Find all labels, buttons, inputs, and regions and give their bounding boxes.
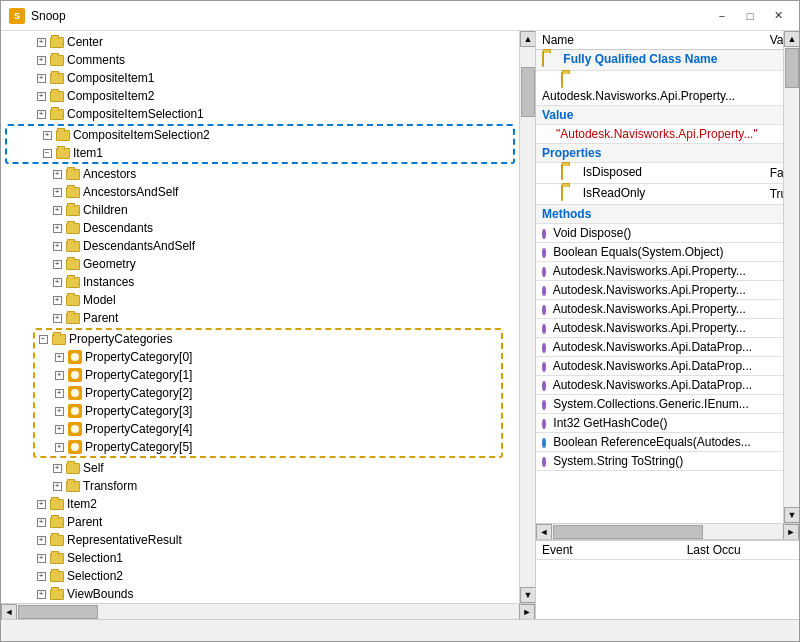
tree-item-selection2[interactable]: + Selection2 xyxy=(1,567,519,585)
props-scroll[interactable]: Name Value Fully Qualified Class Name xyxy=(536,31,783,523)
expand-instances[interactable]: + xyxy=(49,274,65,290)
prop-row-isreadonly[interactable]: IsReadOnly True xyxy=(536,184,783,205)
prop-row-m11[interactable]: Int32 GetHashCode() xyxy=(536,414,783,433)
expand-propertycategories[interactable]: − xyxy=(35,331,51,347)
tree-horiz-thumb[interactable] xyxy=(18,605,98,619)
tree-item-propertycategories[interactable]: − PropertyCategories xyxy=(35,330,501,348)
expand-item2[interactable]: + xyxy=(33,496,49,512)
tree-scroll-thumb[interactable] xyxy=(521,67,535,117)
props-scroll-track[interactable] xyxy=(784,47,799,507)
expand-geometry[interactable]: + xyxy=(49,256,65,272)
props-scroll-right[interactable]: ► xyxy=(783,524,799,540)
tree-item-pc3[interactable]: + PropertyCategory[3] xyxy=(35,402,501,420)
close-button[interactable]: ✕ xyxy=(765,6,791,26)
prop-row-value[interactable]: "Autodesk.Navisworks.Api.Property..." xyxy=(536,125,783,144)
expand-descendants[interactable]: + xyxy=(49,220,65,236)
expand-transform[interactable]: + xyxy=(49,478,65,494)
tree-item-ancestorsandself[interactable]: + AncestorsAndSelf xyxy=(1,183,519,201)
expand-pc1[interactable]: + xyxy=(51,367,67,383)
tree-scroll-track[interactable] xyxy=(520,47,535,587)
tree-horiz-track[interactable] xyxy=(17,604,519,619)
tree-item-pc0[interactable]: + PropertyCategory[0] xyxy=(35,348,501,366)
tree-item-parent[interactable]: + Parent xyxy=(1,309,519,327)
tree-item-geometry[interactable]: + Geometry xyxy=(1,255,519,273)
expand-pc0[interactable]: + xyxy=(51,349,67,365)
tree-item-descendants[interactable]: + Descendants xyxy=(1,219,519,237)
prop-row-m1[interactable]: Void Dispose() xyxy=(536,224,783,243)
tree-item-transform[interactable]: + Transform xyxy=(1,477,519,495)
tree-item-pc2[interactable]: + PropertyCategory[2] xyxy=(35,384,501,402)
expand-pc4[interactable]: + xyxy=(51,421,67,437)
tree-item-compositeitem1[interactable]: + CompositeItem1 xyxy=(1,69,519,87)
tree-scroll-down[interactable]: ▼ xyxy=(520,587,535,603)
expand-represult[interactable]: + xyxy=(33,532,49,548)
tree-item-compositeitem2[interactable]: + CompositeItem2 xyxy=(1,87,519,105)
props-vertical-scrollbar[interactable]: ▲ ▼ xyxy=(783,31,799,523)
prop-row-m9[interactable]: Autodesk.Navisworks.Api.DataProp... xyxy=(536,376,783,395)
tree-item-children[interactable]: + Children xyxy=(1,201,519,219)
prop-row-fqcn[interactable]: Autodesk.Navisworks.Api.Property... xyxy=(536,71,783,106)
tree-item-comments[interactable]: + Comments xyxy=(1,51,519,69)
props-scroll-left[interactable]: ◄ xyxy=(536,524,552,540)
expand-item1[interactable]: − xyxy=(39,145,55,161)
props-scroll-down[interactable]: ▼ xyxy=(784,507,799,523)
props-horiz-thumb[interactable] xyxy=(553,525,703,539)
expand-cis2[interactable]: + xyxy=(39,127,55,143)
tree-scroll-up[interactable]: ▲ xyxy=(520,31,535,47)
tree-horiz-scrollbar[interactable]: ◄ ► xyxy=(1,603,535,619)
tree-item-parent2[interactable]: + Parent xyxy=(1,513,519,531)
prop-row-isdisposed[interactable]: IsDisposed False xyxy=(536,163,783,184)
prop-row-m4[interactable]: Autodesk.Navisworks.Api.Property... xyxy=(536,281,783,300)
tree-item-selection1[interactable]: + Selection1 xyxy=(1,549,519,567)
props-scroll-thumb[interactable] xyxy=(785,48,799,88)
tree-inner[interactable]: + Center + Comments xyxy=(1,31,519,603)
tree-scroll-left[interactable]: ◄ xyxy=(1,604,17,619)
prop-row-m13[interactable]: System.String ToString() xyxy=(536,452,783,471)
expand-pc3[interactable]: + xyxy=(51,403,67,419)
expand-selection2[interactable]: + xyxy=(33,568,49,584)
tree-item-viewbounds[interactable]: + ViewBounds xyxy=(1,585,519,603)
restore-button[interactable]: □ xyxy=(737,6,763,26)
expand-ancestors[interactable]: + xyxy=(49,166,65,182)
prop-row-m8[interactable]: Autodesk.Navisworks.Api.DataProp... xyxy=(536,357,783,376)
props-horiz-track[interactable] xyxy=(552,524,783,540)
expand-comments[interactable]: + xyxy=(33,52,49,68)
expand-descendantsandself[interactable]: + xyxy=(49,238,65,254)
expand-compositeitem1[interactable]: + xyxy=(33,70,49,86)
prop-row-m3[interactable]: Autodesk.Navisworks.Api.Property... xyxy=(536,262,783,281)
tree-item-item2[interactable]: + Item2 xyxy=(1,495,519,513)
expand-parent2[interactable]: + xyxy=(33,514,49,530)
expand-viewbounds[interactable]: + xyxy=(33,586,49,602)
tree-item-model[interactable]: + Model xyxy=(1,291,519,309)
tree-item-pc1[interactable]: + PropertyCategory[1] xyxy=(35,366,501,384)
expand-pc5[interactable]: + xyxy=(51,439,67,455)
prop-row-m10[interactable]: System.Collections.Generic.IEnum... xyxy=(536,395,783,414)
prop-row-m6[interactable]: Autodesk.Navisworks.Api.Property... xyxy=(536,319,783,338)
expand-ancestorsandself[interactable]: + xyxy=(49,184,65,200)
expand-parent[interactable]: + xyxy=(49,310,65,326)
expand-model[interactable]: + xyxy=(49,292,65,308)
prop-row-m7[interactable]: Autodesk.Navisworks.Api.DataProp... xyxy=(536,338,783,357)
tree-scroll-right[interactable]: ► xyxy=(519,604,535,619)
tree-vertical-scrollbar[interactable]: ▲ ▼ xyxy=(519,31,535,603)
expand-selection1[interactable]: + xyxy=(33,550,49,566)
tree-item-cis1[interactable]: + CompositeItemSelection1 xyxy=(1,105,519,123)
minimize-button[interactable]: − xyxy=(709,6,735,26)
tree-item-pc5[interactable]: + PropertyCategory[5] xyxy=(35,438,501,456)
prop-row-m5[interactable]: Autodesk.Navisworks.Api.Property... xyxy=(536,300,783,319)
tree-item-item1[interactable]: − Item1 xyxy=(7,144,513,162)
expand-pc2[interactable]: + xyxy=(51,385,67,401)
tree-item-center[interactable]: + Center xyxy=(1,33,519,51)
tree-item-self[interactable]: + Self xyxy=(1,459,519,477)
tree-item-ancestors[interactable]: + Ancestors xyxy=(1,165,519,183)
tree-item-instances[interactable]: + Instances xyxy=(1,273,519,291)
expand-center[interactable]: + xyxy=(33,34,49,50)
props-scroll-up[interactable]: ▲ xyxy=(784,31,799,47)
expand-compositeitem2[interactable]: + xyxy=(33,88,49,104)
expand-self[interactable]: + xyxy=(49,460,65,476)
tree-item-represult[interactable]: + RepresentativeResult xyxy=(1,531,519,549)
props-horiz-scrollbar[interactable]: ◄ ► xyxy=(536,523,799,539)
tree-item-cis2[interactable]: + CompositeItemSelection2 xyxy=(7,126,513,144)
prop-row-m2[interactable]: Boolean Equals(System.Object) xyxy=(536,243,783,262)
tree-item-pc4[interactable]: + PropertyCategory[4] xyxy=(35,420,501,438)
